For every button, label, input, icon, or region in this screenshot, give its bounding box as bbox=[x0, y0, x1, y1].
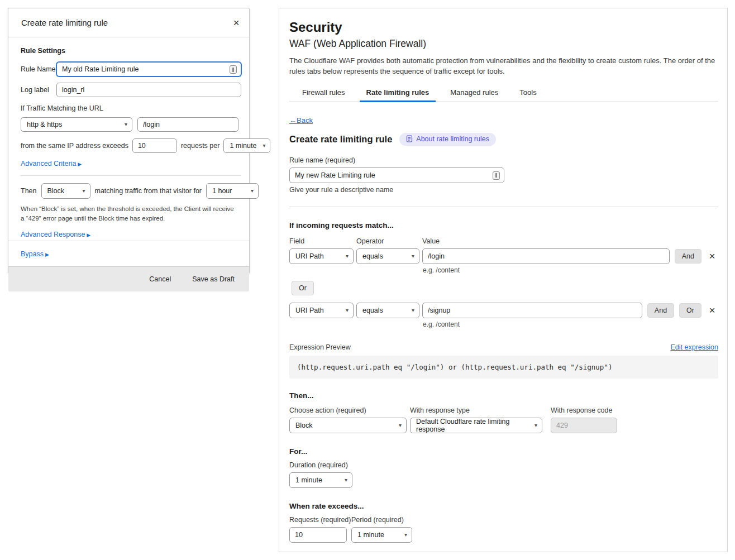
log-label-row: Log label bbox=[21, 83, 241, 97]
chevron-down-icon: ▾ bbox=[251, 188, 254, 194]
expand-arrow-icon: ▶ bbox=[78, 161, 82, 167]
match-row: URI Path ▾ equals ▾ And Or × bbox=[289, 303, 718, 318]
advanced-criteria-link[interactable]: Advanced Criteria▶ bbox=[21, 160, 82, 167]
ban-duration-select[interactable]: 1 hour ▾ bbox=[206, 183, 259, 199]
action-select[interactable]: Block ▾ bbox=[41, 183, 90, 199]
then-controls-row: Block ▾ Default Cloudflare rate limiting… bbox=[289, 418, 718, 433]
expand-arrow-icon: ▶ bbox=[45, 252, 49, 257]
autofill-icon[interactable] bbox=[493, 171, 500, 180]
advanced-response-link[interactable]: Advanced Response▶ bbox=[21, 231, 90, 238]
response-code-label: With response code bbox=[551, 406, 612, 414]
edit-expression-link[interactable]: Edit expression bbox=[671, 343, 718, 351]
and-button[interactable]: And bbox=[675, 249, 701, 264]
bypass-link[interactable]: Bypass▶ bbox=[21, 250, 49, 258]
field-column-label: Field bbox=[289, 237, 356, 245]
or-button[interactable]: Or bbox=[679, 303, 701, 318]
then-labels-row: Choose action (required) With response t… bbox=[289, 406, 718, 414]
security-waf-panel: Security WAF (Web Application Firewall) … bbox=[279, 8, 728, 552]
expression-code-box: (http.request.uri.path eq "/login") or (… bbox=[289, 356, 718, 379]
chevron-down-icon: ▾ bbox=[534, 423, 537, 428]
chevron-down-icon: ▾ bbox=[262, 143, 265, 149]
operator-column-label: Operator bbox=[356, 237, 422, 245]
for-section-heading: For... bbox=[289, 447, 718, 456]
remove-condition-icon[interactable]: × bbox=[707, 251, 717, 261]
chevron-down-icon: ▾ bbox=[412, 253, 414, 259]
about-rate-limiting-badge[interactable]: About rate limiting rules bbox=[399, 133, 496, 146]
divider bbox=[289, 207, 718, 207]
rate-period-select[interactable]: 1 minute ▾ bbox=[351, 527, 412, 543]
match-row: URI Path ▾ equals ▾ And × bbox=[289, 248, 718, 264]
threshold-row: from the same IP address exceeds request… bbox=[21, 138, 241, 153]
expand-arrow-icon: ▶ bbox=[87, 232, 90, 238]
rule-settings-heading: Rule Settings bbox=[21, 47, 241, 55]
value-input[interactable] bbox=[422, 248, 670, 264]
requests-input[interactable] bbox=[289, 527, 347, 543]
response-type-select[interactable]: Default Cloudflare rate limiting respons… bbox=[410, 418, 542, 433]
create-heading-row: Create rate limiting rule About rate lim… bbox=[289, 133, 718, 146]
threshold-prefix-text: from the same IP address exceeds bbox=[21, 142, 128, 150]
match-column-labels: Field Operator Value bbox=[289, 237, 718, 245]
duration-select[interactable]: 1 minute ▾ bbox=[289, 472, 352, 488]
create-rate-limit-dialog: Create rate limiting rule × Rule Setting… bbox=[8, 8, 250, 274]
log-label-input[interactable] bbox=[56, 83, 241, 97]
rate-labels-row: Requests (required) Period (required) bbox=[289, 516, 718, 524]
response-type-label: With response type bbox=[410, 406, 551, 414]
bypass-section: Bypass▶ bbox=[8, 241, 249, 266]
expression-preview-label: Expression Preview bbox=[289, 343, 351, 351]
scheme-select[interactable]: http & https ▾ bbox=[21, 117, 132, 132]
back-link[interactable]: ←Back bbox=[289, 116, 313, 125]
match-section-heading: If incoming requests match... bbox=[289, 221, 718, 229]
create-rule-heading: Create rate limiting rule bbox=[289, 134, 392, 145]
or-connector-button[interactable]: Or bbox=[292, 281, 314, 295]
and-button[interactable]: And bbox=[647, 303, 674, 318]
chevron-down-icon: ▾ bbox=[345, 477, 347, 483]
chevron-down-icon: ▾ bbox=[404, 532, 407, 538]
tab-firewall-rules[interactable]: Firewall rules bbox=[301, 85, 346, 102]
save-as-draft-button[interactable]: Save as Draft bbox=[192, 275, 235, 283]
close-icon[interactable]: × bbox=[231, 17, 241, 28]
autofill-icon[interactable] bbox=[230, 65, 237, 74]
value-input[interactable] bbox=[422, 303, 642, 318]
choose-action-select[interactable]: Block ▾ bbox=[289, 418, 407, 433]
operator-select[interactable]: equals ▾ bbox=[356, 248, 419, 264]
field-select[interactable]: URI Path ▾ bbox=[289, 303, 354, 318]
period-label: Period (required) bbox=[351, 516, 404, 524]
url-input[interactable] bbox=[137, 117, 238, 132]
dialog-footer: Cancel Save as Draft bbox=[8, 266, 249, 291]
cancel-button[interactable]: Cancel bbox=[149, 275, 171, 283]
rule-name-row: Rule Name bbox=[21, 62, 241, 76]
chevron-down-icon: ▾ bbox=[346, 308, 349, 313]
rule-name-input[interactable] bbox=[289, 167, 504, 183]
requests-label: Requests (required) bbox=[289, 516, 351, 524]
tab-tools[interactable]: Tools bbox=[518, 85, 537, 102]
page-description: The Cloudflare WAF provides both automat… bbox=[289, 56, 718, 77]
then-row: Then Block ▾ matching traffic from that … bbox=[21, 183, 241, 199]
rule-name-field bbox=[289, 167, 504, 183]
operator-select[interactable]: equals ▾ bbox=[356, 303, 419, 318]
then-label: Then bbox=[21, 187, 37, 195]
waf-tabs: Firewall rules Rate limiting rules Manag… bbox=[289, 85, 718, 102]
divider bbox=[21, 175, 241, 176]
tab-rate-limiting-rules[interactable]: Rate limiting rules bbox=[365, 85, 431, 102]
rate-controls-row: 1 minute ▾ bbox=[289, 527, 718, 543]
tab-managed-rules[interactable]: Managed rules bbox=[449, 85, 499, 102]
threshold-input[interactable] bbox=[132, 138, 177, 153]
then-section-heading: Then... bbox=[289, 391, 718, 400]
field-select[interactable]: URI Path ▾ bbox=[289, 248, 354, 264]
page-title: Security bbox=[289, 20, 718, 35]
then-suffix-text: matching traffic from that visitor for bbox=[95, 187, 202, 195]
rule-name-label: Rule name (required) bbox=[289, 156, 718, 164]
log-label-label: Log label bbox=[21, 86, 56, 94]
remove-condition-icon[interactable]: × bbox=[707, 305, 717, 315]
period-select[interactable]: 1 minute ▾ bbox=[223, 138, 270, 153]
page-subtitle: WAF (Web Application Firewall) bbox=[289, 38, 718, 50]
block-note-text: When “Block” is set, when the threshold … bbox=[21, 204, 241, 224]
dialog-body: Rule Settings Rule Name Log label If Tra… bbox=[8, 37, 249, 241]
rule-name-help-text: Give your rule a descriptive name bbox=[289, 186, 718, 194]
rule-name-label: Rule Name bbox=[21, 65, 56, 73]
chevron-down-icon: ▾ bbox=[82, 188, 85, 194]
rule-name-input[interactable] bbox=[56, 62, 241, 76]
value-hint-text: e.g. /content bbox=[423, 320, 718, 328]
threshold-suffix-text: requests per bbox=[181, 142, 219, 150]
choose-action-label: Choose action (required) bbox=[289, 406, 410, 414]
